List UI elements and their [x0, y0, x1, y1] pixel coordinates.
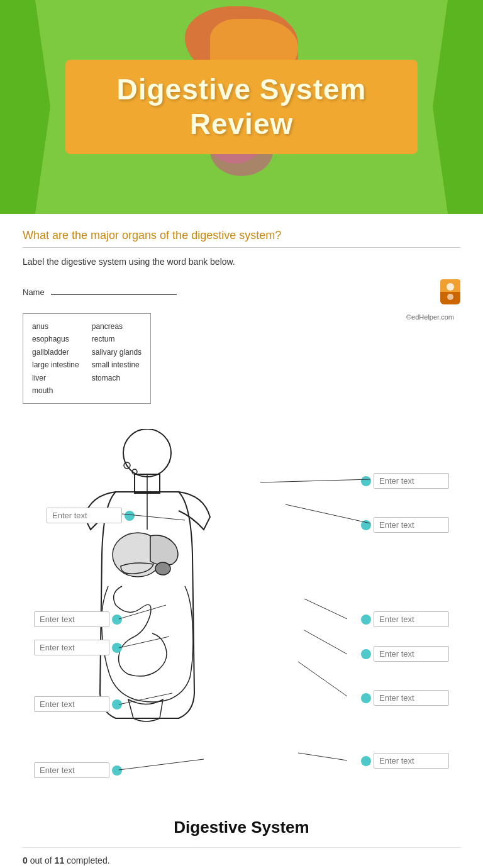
label-dot-large-intestine [112, 699, 122, 709]
header-banner: Digestive System Review [0, 0, 483, 214]
label-mouth [361, 517, 449, 533]
name-underline [51, 294, 177, 295]
word-bank-col2: pancreas rectum salivary glands small in… [92, 320, 142, 397]
name-row: Name [23, 279, 460, 304]
input-gallbladder[interactable] [34, 640, 109, 655]
svg-point-3 [447, 294, 453, 300]
input-liver[interactable] [34, 611, 109, 627]
word-bank: anus esophagus gallbladder large intesti… [23, 313, 151, 404]
label-salivary-glands [361, 473, 449, 489]
svg-point-4 [123, 429, 171, 477]
label-anus [361, 753, 449, 769]
progress-text: 0 out of 11 completed. [23, 855, 110, 865]
svg-point-2 [447, 283, 454, 291]
diagram-wrapper [28, 410, 455, 813]
label-dot-anus [361, 756, 371, 766]
diagram-section: anus esophagus gallbladder large intesti… [23, 313, 460, 868]
label-pancreas [361, 646, 449, 662]
svg-line-19 [298, 662, 347, 696]
label-esophagus [47, 508, 135, 523]
word-salivary-glands: salivary glands [92, 346, 142, 359]
progress-total: 11 [55, 855, 65, 865]
header-right-accent [433, 0, 483, 214]
word-pancreas: pancreas [92, 320, 142, 333]
question1-title: What are the major organs of the digesti… [23, 229, 460, 242]
label-dot-pancreas [361, 649, 371, 659]
input-pancreas[interactable] [374, 646, 449, 662]
svg-line-11 [260, 479, 370, 482]
word-anus: anus [32, 320, 79, 333]
label-gallbladder [34, 640, 122, 655]
section1-content: What are the major organs of the digesti… [0, 214, 483, 868]
label-dot-stomach [361, 615, 371, 625]
label-dot-gallbladder [112, 643, 122, 653]
edhelper-logo [440, 279, 460, 304]
header-left-accent [0, 0, 50, 214]
page-title: Digestive System Review [91, 72, 392, 142]
label-dot-esophagus [125, 511, 135, 521]
word-esophagus: esophagus [32, 333, 79, 345]
svg-line-13 [286, 504, 370, 523]
label-dot-liver [112, 615, 122, 625]
word-large-intestine: large intestine [32, 359, 79, 371]
copyright-text: ©edHelper.com [406, 313, 454, 321]
label-large-intestine [34, 696, 122, 712]
label-rectum [34, 762, 122, 778]
input-mouth[interactable] [374, 517, 449, 533]
input-large-intestine[interactable] [34, 696, 109, 712]
diagram-title: Digestive System [23, 818, 460, 837]
label-dot-rectum [112, 765, 122, 776]
label-dot-salivary [361, 476, 371, 486]
word-small-intestine: small intestine [92, 359, 142, 371]
progress-of: out of [30, 855, 55, 865]
label-stomach [361, 611, 449, 627]
input-anus[interactable] [374, 753, 449, 769]
instructions-text: Label the digestive system using the wor… [23, 257, 460, 267]
divider1 [23, 247, 460, 248]
label-small-intestine [361, 690, 449, 706]
progress-current: 0 [23, 855, 28, 865]
svg-line-17 [304, 630, 347, 654]
label-dot-small-intestine [361, 693, 371, 703]
input-rectum[interactable] [34, 762, 109, 778]
name-label: Name [23, 287, 45, 297]
input-esophagus[interactable] [47, 508, 122, 523]
word-bank-col1: anus esophagus gallbladder large intesti… [32, 320, 79, 397]
svg-line-16 [304, 599, 347, 619]
progress-label: completed. [67, 855, 109, 865]
word-stomach: stomach [92, 372, 142, 384]
word-gallbladder: gallbladder [32, 346, 79, 359]
input-stomach[interactable] [374, 611, 449, 627]
word-mouth: mouth [32, 384, 79, 397]
progress-row: 0 out of 11 completed. [23, 847, 460, 868]
title-box: Digestive System Review [65, 60, 418, 154]
label-liver [34, 611, 122, 627]
input-small-intestine[interactable] [374, 690, 449, 706]
input-salivary-glands[interactable] [374, 473, 449, 489]
word-liver: liver [32, 372, 79, 384]
svg-line-21 [298, 753, 347, 760]
name-label-area: Name [23, 286, 177, 298]
svg-point-8 [155, 562, 170, 575]
label-dot-mouth [361, 520, 371, 530]
word-rectum: rectum [92, 333, 142, 345]
